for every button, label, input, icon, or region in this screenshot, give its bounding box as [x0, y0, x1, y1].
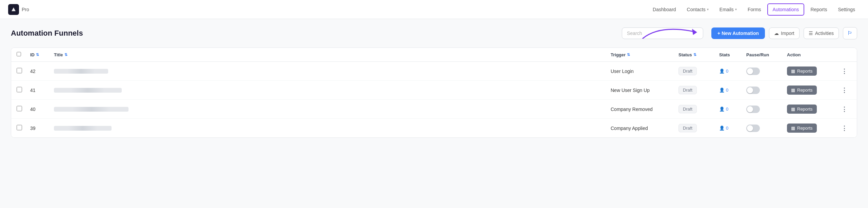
nav-item-emails[interactable]: Emails ▾	[715, 4, 742, 15]
stats-user-icon-41: 👤	[719, 88, 725, 93]
reports-button-41[interactable]: ▦ Reports	[787, 86, 817, 95]
row-checkbox-40[interactable]	[17, 106, 30, 112]
row-id-39: 39	[30, 126, 54, 131]
nav-item-contacts[interactable]: Contacts ▾	[682, 4, 713, 15]
reports-button-39[interactable]: ▦ Reports	[787, 124, 817, 133]
stats-count-40: 0	[726, 107, 728, 112]
pause-run-toggle-42[interactable]	[746, 68, 760, 75]
search-wrap	[622, 27, 703, 39]
col-id-header[interactable]: ID ⇅	[30, 52, 54, 57]
stats-count-41: 0	[726, 88, 728, 93]
stats-user-icon-39: 👤	[719, 126, 725, 131]
select-all-checkbox[interactable]	[17, 52, 21, 56]
title-blurred-41	[54, 88, 122, 93]
activities-icon: ☰	[809, 31, 813, 36]
row-status-42: Draft	[678, 67, 719, 75]
stats-user-icon-42: 👤	[719, 69, 725, 74]
nav-item-automations[interactable]: Automations	[767, 3, 805, 16]
row-stats-41: 👤 0	[719, 88, 746, 93]
col-action-header: Action	[787, 52, 841, 57]
activities-button[interactable]: ☰ Activities	[804, 27, 839, 39]
row-status-40: Draft	[678, 105, 719, 113]
trigger-sort-icon: ⇅	[627, 53, 630, 57]
id-sort-icon: ⇅	[36, 53, 39, 57]
col-checkbox	[17, 52, 30, 57]
row-toggle-40[interactable]	[746, 106, 787, 113]
nav-item-forms[interactable]: Forms	[743, 4, 766, 15]
row-more-41[interactable]: ⋮	[841, 87, 851, 94]
reports-label-41: Reports	[797, 88, 813, 93]
row-toggle-41[interactable]	[746, 87, 787, 94]
title-blurred-39	[54, 126, 112, 131]
row-more-42[interactable]: ⋮	[841, 68, 851, 75]
status-badge-41: Draft	[678, 86, 697, 94]
col-action-label: Action	[787, 52, 801, 57]
row-title-40	[54, 107, 611, 112]
col-status-header[interactable]: Status ⇅	[678, 52, 719, 57]
page-header: Automation Funnels + New Automation ☁ Im…	[11, 27, 857, 39]
search-input[interactable]	[622, 27, 703, 39]
pause-run-toggle-40[interactable]	[746, 106, 760, 113]
reports-label-42: Reports	[797, 69, 813, 74]
logo-icon	[8, 4, 19, 15]
automation-table: ID ⇅ Title ⇅ Trigger ⇅ Status ⇅ Stats Pa…	[11, 48, 857, 138]
reports-icon-42: ▦	[791, 69, 795, 74]
row-checkbox-41[interactable]	[17, 87, 30, 93]
col-trigger-header[interactable]: Trigger ⇅	[611, 52, 678, 57]
title-blurred-40	[54, 107, 129, 112]
import-button[interactable]: ☁ Import	[769, 27, 800, 39]
new-automation-label: + New Automation	[717, 31, 759, 36]
new-automation-button[interactable]: + New Automation	[711, 27, 765, 39]
import-label: Import	[781, 31, 794, 36]
row-id-42: 42	[30, 69, 54, 74]
nav-item-dashboard[interactable]: Dashboard	[648, 4, 681, 15]
reports-button-42[interactable]: ▦ Reports	[787, 67, 817, 76]
reports-button-40[interactable]: ▦ Reports	[787, 105, 817, 114]
row-status-41: Draft	[678, 86, 719, 94]
row-toggle-42[interactable]	[746, 68, 787, 75]
row-action-40: ▦ Reports	[787, 105, 841, 114]
row-status-39: Draft	[678, 124, 719, 132]
status-badge-40: Draft	[678, 105, 697, 113]
row-checkbox-39[interactable]	[17, 125, 30, 131]
title-sort-icon: ⇅	[64, 53, 67, 57]
logo: Pro	[8, 4, 29, 15]
row-stats-42: 👤 0	[719, 69, 746, 74]
stats-count-39: 0	[726, 126, 728, 131]
row-trigger-39: Company Applied	[611, 126, 678, 131]
main-content: Automation Funnels + New Automation ☁ Im…	[0, 19, 868, 146]
import-icon: ☁	[774, 31, 779, 36]
col-title-header[interactable]: Title ⇅	[54, 52, 611, 57]
row-title-39	[54, 126, 611, 131]
reports-label-40: Reports	[797, 107, 813, 112]
col-pauserun-header: Pause/Run	[746, 52, 787, 57]
reports-icon-39: ▦	[791, 126, 795, 131]
col-trigger-label: Trigger	[611, 52, 626, 57]
logo-text: Pro	[22, 7, 29, 12]
table-row: 42 User Login Draft 👤 0 ▦ Reports ⋮	[11, 62, 857, 81]
status-badge-42: Draft	[678, 67, 697, 75]
top-navigation: Pro Dashboard Contacts ▾ Emails ▾ Forms …	[0, 0, 868, 19]
status-sort-icon: ⇅	[693, 53, 696, 57]
row-id-40: 40	[30, 107, 54, 112]
status-badge-39: Draft	[678, 124, 697, 132]
pause-run-toggle-39[interactable]	[746, 125, 760, 132]
reports-icon-41: ▦	[791, 88, 795, 93]
pause-run-toggle-41[interactable]	[746, 87, 760, 94]
flag-button[interactable]: 🏳	[843, 27, 857, 39]
row-action-42: ▦ Reports	[787, 67, 841, 76]
nav-item-reports[interactable]: Reports	[806, 4, 832, 15]
row-more-40[interactable]: ⋮	[841, 106, 851, 113]
row-toggle-39[interactable]	[746, 125, 787, 132]
col-stats-label: Stats	[719, 52, 730, 57]
col-status-label: Status	[678, 52, 692, 57]
nav-item-settings[interactable]: Settings	[833, 4, 860, 15]
stats-user-icon-40: 👤	[719, 107, 725, 112]
reports-label-39: Reports	[797, 126, 813, 131]
stats-count-42: 0	[726, 69, 728, 74]
row-checkbox-42[interactable]	[17, 68, 30, 74]
row-stats-39: 👤 0	[719, 126, 746, 131]
col-id-label: ID	[30, 52, 35, 57]
row-more-39[interactable]: ⋮	[841, 125, 851, 132]
row-title-42	[54, 69, 611, 74]
